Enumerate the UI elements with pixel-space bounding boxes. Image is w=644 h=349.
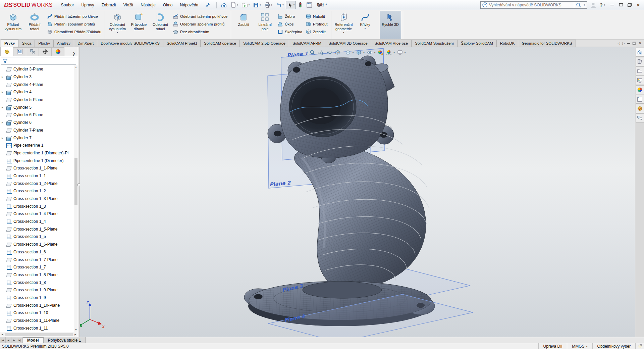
undo-button[interactable]: ▾	[274, 1, 285, 9]
tree-item[interactable]: ▸ Cross-section 1_6-Plane	[0, 241, 74, 248]
last-study-button[interactable]: ▶|	[17, 337, 23, 343]
tree-filter-box[interactable]	[1, 57, 76, 65]
appearances-button[interactable]	[636, 85, 644, 94]
shell-button[interactable]: Skořepina	[276, 28, 304, 35]
loft-button[interactable]: Přidání spojením profilů	[45, 20, 103, 28]
forum-button[interactable]	[636, 113, 644, 122]
expand-arrow-icon[interactable]: ▸	[2, 90, 6, 94]
maximize-button[interactable]	[617, 2, 625, 8]
dropdown-caret[interactable]: ▾	[117, 31, 118, 34]
commandmanager-tab[interactable]: SolidCAM Soustružení	[411, 40, 458, 47]
tree-item[interactable]: ▸ Cross-section 1_11-Plane	[0, 317, 74, 325]
menu-item[interactable]: Úpravy	[77, 0, 98, 10]
units-selector[interactable]: MMGS▴	[567, 343, 592, 349]
configuration-manager-tab[interactable]	[26, 47, 39, 56]
featuremanager-tree-tab[interactable]	[0, 47, 13, 56]
commandmanager-tab[interactable]: Plochy	[35, 40, 54, 47]
reference-geometry-button[interactable]: Referenční geometrie ▾	[333, 11, 355, 39]
solidcam-button[interactable]	[636, 104, 644, 113]
panel-tabs-overflow-chevron-icon[interactable]: ❯	[70, 51, 77, 56]
commandmanager-tab[interactable]: SolidCAM AFRM	[289, 40, 325, 47]
minimize-button[interactable]	[608, 2, 616, 8]
print-button[interactable]: ▾	[263, 1, 274, 9]
tree-item[interactable]: ▸ Cylinder 6-Plane	[0, 111, 74, 119]
study-tab[interactable]: Model	[23, 337, 44, 343]
tree-item[interactable]: ▸ Cross-section 1_2-Plane	[0, 180, 74, 187]
tree-item[interactable]: ▸ Cross-section 1_8	[0, 279, 74, 286]
tree-item[interactable]: ▸ Cross-section 1_1	[0, 172, 74, 180]
commandmanager-tab[interactable]: Analýzy	[53, 40, 74, 47]
zoom-to-fit-button[interactable]	[308, 49, 317, 56]
draft-button[interactable]: Úkos	[276, 20, 304, 28]
tree-item[interactable]: ▸ Cross-section 1_1-Plane	[0, 164, 74, 172]
tree-item[interactable]: ▸ Pipe centerline 1	[0, 142, 74, 149]
dimxpert-manager-tab[interactable]	[39, 47, 52, 56]
tree-item[interactable]: ▸ Cross-section 1_4	[0, 218, 74, 226]
menu-item[interactable]: Soubor	[57, 0, 78, 10]
commandmanager-tab[interactable]: DimXpert	[74, 40, 97, 47]
tags-button[interactable]	[635, 343, 644, 349]
menu-item[interactable]: Okno	[159, 0, 176, 10]
tree-item[interactable]: ▸ Cross-section 1_5-Plane	[0, 225, 74, 233]
help-caret[interactable]: ▾	[604, 4, 605, 6]
tree-item[interactable]: ▸ Cross-section 1_5	[0, 233, 74, 241]
tree-item[interactable]: ▸ Cylinder 4-Plane	[0, 81, 74, 88]
tree-item[interactable]: ▸ Cylinder 3	[0, 73, 74, 81]
commandmanager-tab[interactable]: Skica	[18, 40, 35, 47]
doc-restore-icon[interactable]	[633, 42, 636, 45]
cut-loft-button[interactable]: Odebrání spojením profilů	[171, 20, 229, 28]
tree-item[interactable]: ▸ Cross-section 1_2	[0, 187, 74, 195]
tree-item[interactable]: ▸ Cylinder 6	[0, 119, 74, 127]
display-manager-tab[interactable]	[51, 47, 64, 56]
view-palette-button[interactable]	[636, 76, 644, 85]
design-library-button[interactable]	[636, 57, 644, 66]
dropdown-caret[interactable]: ▾	[271, 4, 272, 6]
commandmanager-tab[interactable]: Šablony SolidCAM	[457, 40, 497, 47]
tree-item[interactable]: ▸ Cross-section 1_9-Plane	[0, 286, 74, 294]
commandmanager-tab[interactable]: RoboDK	[496, 40, 518, 47]
expand-arrow-icon[interactable]: ▸	[2, 121, 6, 124]
rebuild-button[interactable]	[297, 1, 304, 9]
tree-item[interactable]: ▸ Cross-section 1_3-Plane	[0, 195, 74, 203]
tree-item[interactable]: ▸ Cross-section 1_11	[0, 324, 74, 332]
tree-item[interactable]: ▸ Cylinder 7	[0, 134, 74, 142]
select-tool-button[interactable]: ▾	[286, 1, 296, 9]
commandmanager-tab[interactable]: SolidCAM Projekt	[163, 40, 201, 47]
mirror-button[interactable]: Zrcadlit	[304, 28, 329, 35]
hide-show-items-button[interactable]	[366, 49, 374, 56]
tree-item[interactable]: ▸ Cross-section 1_6	[0, 248, 74, 256]
zoom-to-area-button[interactable]	[317, 49, 325, 56]
menu-item[interactable]: Vložit	[120, 0, 137, 10]
expand-arrow-icon[interactable]: ▸	[2, 136, 6, 140]
search-input[interactable]	[489, 3, 572, 7]
tree-item[interactable]: ▸ Cross-section 1_3	[0, 202, 74, 210]
dropdown-caret[interactable]: ▾	[237, 4, 238, 6]
restore-button[interactable]	[626, 2, 633, 8]
expand-arrow-icon[interactable]: ▸	[2, 106, 6, 109]
search-magnifier-icon[interactable]	[576, 2, 581, 8]
dropdown-caret[interactable]: ▾	[353, 51, 354, 54]
home-button[interactable]	[219, 1, 228, 9]
save-button[interactable]: ▾	[252, 1, 262, 9]
cut-extrude-button[interactable]: Odebrání vysunutím ▾	[107, 11, 128, 39]
boss-extrude-button[interactable]: Přidání vysunutím	[2, 11, 24, 39]
tree-item[interactable]: ▸ Cylinder 3-Plane	[0, 65, 74, 73]
taskpane-home-button[interactable]	[636, 48, 644, 57]
scroll-left-arrow[interactable]: ◀	[0, 333, 5, 336]
help-menu[interactable]: ?▾	[600, 2, 605, 8]
scroll-right-arrow[interactable]: ▶	[73, 333, 78, 336]
edit-appearance-button[interactable]	[376, 49, 385, 56]
options-dialog-button[interactable]	[305, 1, 314, 9]
doc-close-icon[interactable]: ×	[639, 41, 641, 45]
sweep-button[interactable]: Přidání tažením po křivce	[45, 13, 103, 20]
tree-item[interactable]: ▸ Pipe centerline 1 (Diameter)	[0, 157, 74, 164]
dropdown-caret[interactable]: ▾	[282, 4, 284, 6]
linear-pattern-button[interactable]: Lineární pole	[254, 11, 276, 39]
doc-minimize-icon[interactable]	[627, 43, 630, 44]
scroll-down-arrow[interactable]: ▼	[74, 328, 78, 332]
fillet-button[interactable]: Zaoblit	[233, 11, 254, 39]
tree-item[interactable]: ▸ Cross-section 1_7-Plane	[0, 256, 74, 263]
rib-button[interactable]: Žebro	[276, 13, 304, 20]
dropdown-caret[interactable]: ▾	[363, 51, 365, 54]
search-dropdown-caret[interactable]: ▾	[584, 4, 585, 6]
